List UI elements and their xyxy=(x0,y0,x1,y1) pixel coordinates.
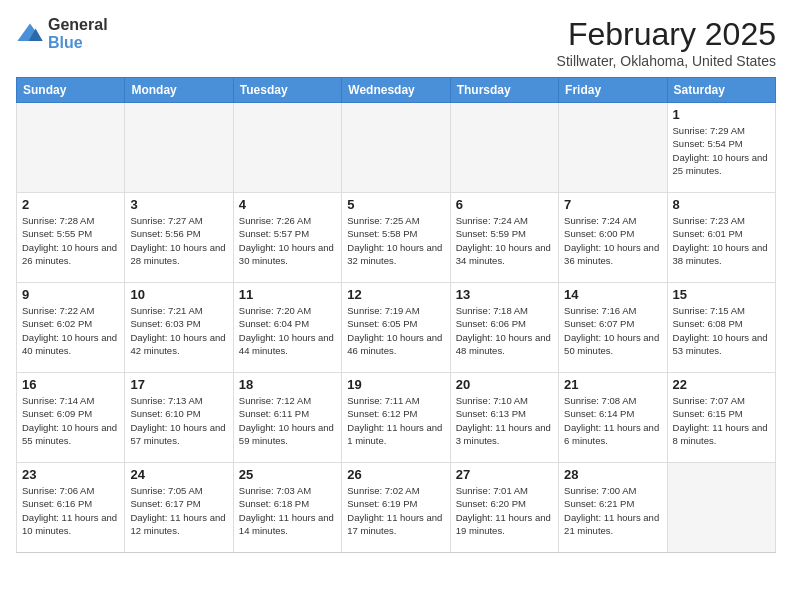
day-number: 6 xyxy=(456,197,553,212)
day-of-week-header: Monday xyxy=(125,78,233,103)
calendar-week-row: 2Sunrise: 7:28 AM Sunset: 5:55 PM Daylig… xyxy=(17,193,776,283)
calendar-day-cell: 19Sunrise: 7:11 AM Sunset: 6:12 PM Dayli… xyxy=(342,373,450,463)
day-info: Sunrise: 7:22 AM Sunset: 6:02 PM Dayligh… xyxy=(22,304,119,357)
day-number: 5 xyxy=(347,197,444,212)
day-number: 11 xyxy=(239,287,336,302)
day-info: Sunrise: 7:24 AM Sunset: 5:59 PM Dayligh… xyxy=(456,214,553,267)
calendar-day-cell: 2Sunrise: 7:28 AM Sunset: 5:55 PM Daylig… xyxy=(17,193,125,283)
day-number: 19 xyxy=(347,377,444,392)
day-info: Sunrise: 7:01 AM Sunset: 6:20 PM Dayligh… xyxy=(456,484,553,537)
calendar-day-cell: 22Sunrise: 7:07 AM Sunset: 6:15 PM Dayli… xyxy=(667,373,775,463)
day-info: Sunrise: 7:13 AM Sunset: 6:10 PM Dayligh… xyxy=(130,394,227,447)
calendar-day-cell: 6Sunrise: 7:24 AM Sunset: 5:59 PM Daylig… xyxy=(450,193,558,283)
day-info: Sunrise: 7:02 AM Sunset: 6:19 PM Dayligh… xyxy=(347,484,444,537)
day-number: 26 xyxy=(347,467,444,482)
calendar-day-cell: 27Sunrise: 7:01 AM Sunset: 6:20 PM Dayli… xyxy=(450,463,558,553)
day-number: 22 xyxy=(673,377,770,392)
calendar-day-cell: 25Sunrise: 7:03 AM Sunset: 6:18 PM Dayli… xyxy=(233,463,341,553)
calendar-week-row: 1Sunrise: 7:29 AM Sunset: 5:54 PM Daylig… xyxy=(17,103,776,193)
calendar-day-cell: 4Sunrise: 7:26 AM Sunset: 5:57 PM Daylig… xyxy=(233,193,341,283)
day-info: Sunrise: 7:25 AM Sunset: 5:58 PM Dayligh… xyxy=(347,214,444,267)
day-info: Sunrise: 7:06 AM Sunset: 6:16 PM Dayligh… xyxy=(22,484,119,537)
day-of-week-header: Wednesday xyxy=(342,78,450,103)
day-info: Sunrise: 7:05 AM Sunset: 6:17 PM Dayligh… xyxy=(130,484,227,537)
day-info: Sunrise: 7:03 AM Sunset: 6:18 PM Dayligh… xyxy=(239,484,336,537)
day-number: 4 xyxy=(239,197,336,212)
calendar-day-cell: 1Sunrise: 7:29 AM Sunset: 5:54 PM Daylig… xyxy=(667,103,775,193)
day-number: 1 xyxy=(673,107,770,122)
calendar-day-cell: 14Sunrise: 7:16 AM Sunset: 6:07 PM Dayli… xyxy=(559,283,667,373)
day-number: 16 xyxy=(22,377,119,392)
day-info: Sunrise: 7:12 AM Sunset: 6:11 PM Dayligh… xyxy=(239,394,336,447)
day-number: 7 xyxy=(564,197,661,212)
logo-icon xyxy=(16,20,44,48)
calendar-day-cell xyxy=(559,103,667,193)
calendar-day-cell xyxy=(342,103,450,193)
day-number: 28 xyxy=(564,467,661,482)
calendar-day-cell: 11Sunrise: 7:20 AM Sunset: 6:04 PM Dayli… xyxy=(233,283,341,373)
calendar-day-cell: 24Sunrise: 7:05 AM Sunset: 6:17 PM Dayli… xyxy=(125,463,233,553)
day-number: 8 xyxy=(673,197,770,212)
day-number: 12 xyxy=(347,287,444,302)
logo: General Blue xyxy=(16,16,108,51)
day-info: Sunrise: 7:14 AM Sunset: 6:09 PM Dayligh… xyxy=(22,394,119,447)
day-number: 13 xyxy=(456,287,553,302)
calendar-day-cell: 7Sunrise: 7:24 AM Sunset: 6:00 PM Daylig… xyxy=(559,193,667,283)
day-number: 10 xyxy=(130,287,227,302)
day-info: Sunrise: 7:20 AM Sunset: 6:04 PM Dayligh… xyxy=(239,304,336,357)
calendar-day-cell: 5Sunrise: 7:25 AM Sunset: 5:58 PM Daylig… xyxy=(342,193,450,283)
day-info: Sunrise: 7:26 AM Sunset: 5:57 PM Dayligh… xyxy=(239,214,336,267)
day-info: Sunrise: 7:21 AM Sunset: 6:03 PM Dayligh… xyxy=(130,304,227,357)
day-info: Sunrise: 7:07 AM Sunset: 6:15 PM Dayligh… xyxy=(673,394,770,447)
calendar-day-cell xyxy=(125,103,233,193)
day-info: Sunrise: 7:19 AM Sunset: 6:05 PM Dayligh… xyxy=(347,304,444,357)
day-number: 25 xyxy=(239,467,336,482)
day-number: 9 xyxy=(22,287,119,302)
calendar-day-cell: 12Sunrise: 7:19 AM Sunset: 6:05 PM Dayli… xyxy=(342,283,450,373)
day-info: Sunrise: 7:15 AM Sunset: 6:08 PM Dayligh… xyxy=(673,304,770,357)
day-info: Sunrise: 7:16 AM Sunset: 6:07 PM Dayligh… xyxy=(564,304,661,357)
day-number: 3 xyxy=(130,197,227,212)
logo-text: General Blue xyxy=(48,16,108,51)
calendar-day-cell: 28Sunrise: 7:00 AM Sunset: 6:21 PM Dayli… xyxy=(559,463,667,553)
day-info: Sunrise: 7:11 AM Sunset: 6:12 PM Dayligh… xyxy=(347,394,444,447)
calendar-day-cell: 26Sunrise: 7:02 AM Sunset: 6:19 PM Dayli… xyxy=(342,463,450,553)
location: Stillwater, Oklahoma, United States xyxy=(557,53,776,69)
calendar-week-row: 9Sunrise: 7:22 AM Sunset: 6:02 PM Daylig… xyxy=(17,283,776,373)
day-info: Sunrise: 7:28 AM Sunset: 5:55 PM Dayligh… xyxy=(22,214,119,267)
calendar-day-cell xyxy=(17,103,125,193)
day-info: Sunrise: 7:18 AM Sunset: 6:06 PM Dayligh… xyxy=(456,304,553,357)
day-of-week-header: Friday xyxy=(559,78,667,103)
day-number: 21 xyxy=(564,377,661,392)
day-number: 18 xyxy=(239,377,336,392)
calendar-day-cell xyxy=(233,103,341,193)
calendar-day-cell: 23Sunrise: 7:06 AM Sunset: 6:16 PM Dayli… xyxy=(17,463,125,553)
day-info: Sunrise: 7:00 AM Sunset: 6:21 PM Dayligh… xyxy=(564,484,661,537)
day-number: 2 xyxy=(22,197,119,212)
calendar-day-cell: 9Sunrise: 7:22 AM Sunset: 6:02 PM Daylig… xyxy=(17,283,125,373)
day-number: 23 xyxy=(22,467,119,482)
day-info: Sunrise: 7:23 AM Sunset: 6:01 PM Dayligh… xyxy=(673,214,770,267)
day-info: Sunrise: 7:24 AM Sunset: 6:00 PM Dayligh… xyxy=(564,214,661,267)
day-number: 15 xyxy=(673,287,770,302)
calendar-header-row: SundayMondayTuesdayWednesdayThursdayFrid… xyxy=(17,78,776,103)
day-number: 20 xyxy=(456,377,553,392)
calendar-day-cell: 17Sunrise: 7:13 AM Sunset: 6:10 PM Dayli… xyxy=(125,373,233,463)
calendar-day-cell xyxy=(450,103,558,193)
calendar-day-cell: 16Sunrise: 7:14 AM Sunset: 6:09 PM Dayli… xyxy=(17,373,125,463)
calendar-week-row: 23Sunrise: 7:06 AM Sunset: 6:16 PM Dayli… xyxy=(17,463,776,553)
calendar-table: SundayMondayTuesdayWednesdayThursdayFrid… xyxy=(16,77,776,553)
logo-general-text: General xyxy=(48,16,108,34)
calendar-day-cell: 10Sunrise: 7:21 AM Sunset: 6:03 PM Dayli… xyxy=(125,283,233,373)
month-title: February 2025 xyxy=(557,16,776,53)
calendar-week-row: 16Sunrise: 7:14 AM Sunset: 6:09 PM Dayli… xyxy=(17,373,776,463)
logo-blue-text: Blue xyxy=(48,34,108,52)
day-info: Sunrise: 7:29 AM Sunset: 5:54 PM Dayligh… xyxy=(673,124,770,177)
day-info: Sunrise: 7:08 AM Sunset: 6:14 PM Dayligh… xyxy=(564,394,661,447)
calendar-day-cell xyxy=(667,463,775,553)
day-of-week-header: Sunday xyxy=(17,78,125,103)
day-info: Sunrise: 7:27 AM Sunset: 5:56 PM Dayligh… xyxy=(130,214,227,267)
day-of-week-header: Saturday xyxy=(667,78,775,103)
day-number: 17 xyxy=(130,377,227,392)
day-number: 27 xyxy=(456,467,553,482)
